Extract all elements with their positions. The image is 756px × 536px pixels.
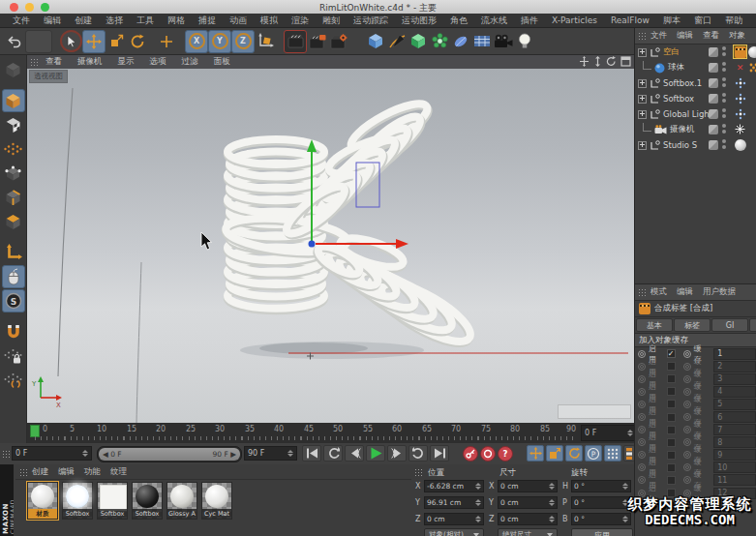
add-field-button[interactable]: [450, 31, 471, 52]
enable-checkbox[interactable]: [667, 413, 676, 422]
undo-button[interactable]: [4, 31, 25, 52]
buffer-radio[interactable]: [683, 388, 691, 396]
buffer-id-field[interactable]: 8: [713, 436, 756, 448]
lock-z-axis-button[interactable]: Z: [231, 30, 255, 53]
viewport-canvas[interactable]: 透视视图: [27, 69, 634, 423]
buffer-radio[interactable]: [683, 463, 691, 471]
add-spline-button[interactable]: [386, 31, 408, 52]
points-mode-button[interactable]: [2, 162, 25, 185]
buffer-radio[interactable]: [683, 350, 691, 358]
goto-end-button[interactable]: [430, 445, 449, 462]
key-scale-toggle[interactable]: [546, 445, 563, 462]
tab-basic[interactable]: 基本: [636, 318, 673, 332]
object-label[interactable]: 摄像机: [670, 124, 695, 135]
record-keyframe-button[interactable]: [463, 446, 478, 462]
tab-tag[interactable]: 标签: [674, 318, 711, 332]
viewport-menu-display[interactable]: 显示: [110, 56, 142, 68]
render-picture-viewer-button[interactable]: [307, 31, 328, 52]
rotate-tool[interactable]: [127, 31, 148, 52]
object-label[interactable]: Global Light: [663, 109, 712, 119]
enable-checkbox[interactable]: [667, 349, 676, 358]
visibility-dots[interactable]: [722, 62, 726, 72]
material-menu-function[interactable]: 功能: [79, 466, 106, 478]
enable-checkbox[interactable]: [667, 387, 676, 396]
layer-toggle[interactable]: [709, 47, 718, 57]
soft-selection-button[interactable]: S: [2, 289, 25, 313]
menu-create[interactable]: 创建: [68, 15, 99, 27]
buffer-id-field[interactable]: 5: [713, 399, 756, 410]
position-z-field[interactable]: 0 cm: [424, 513, 484, 525]
viewport-solo-button[interactable]: [2, 265, 25, 288]
enable-radio[interactable]: [638, 388, 646, 396]
buffer-radio[interactable]: [683, 413, 691, 421]
object-row[interactable]: Softbox.1: [635, 75, 756, 91]
buffer-id-field[interactable]: 2: [713, 361, 756, 372]
enable-radio[interactable]: [638, 451, 646, 459]
make-editable-button[interactable]: [2, 58, 25, 81]
size-y-field[interactable]: 0 cm: [498, 496, 558, 509]
expand-toggle[interactable]: [638, 79, 647, 88]
enable-radio[interactable]: [638, 426, 646, 433]
enable-checkbox[interactable]: [667, 476, 676, 485]
buffer-id-field[interactable]: 11: [713, 474, 756, 486]
preview-range-slider[interactable]: ◀ 0 F 90 F ▶: [97, 446, 242, 462]
layer-toggle[interactable]: [709, 63, 718, 73]
buffer-id-field[interactable]: 10: [713, 462, 756, 473]
material-thumbnail[interactable]: Cyc Mat: [201, 482, 232, 520]
visibility-dots[interactable]: [722, 108, 726, 118]
xparticles-tag[interactable]: [747, 61, 756, 74]
expand-toggle[interactable]: [638, 110, 647, 119]
coordinate-system-button[interactable]: [255, 31, 276, 52]
enable-checkbox[interactable]: [667, 400, 676, 408]
viewport-menu-options[interactable]: 选项: [142, 56, 174, 68]
menu-character[interactable]: 角色: [443, 15, 474, 27]
previous-frame-button[interactable]: [345, 445, 364, 462]
object-row[interactable]: Softbox: [635, 91, 756, 106]
enable-radio[interactable]: [638, 463, 646, 471]
layer-toggle[interactable]: [709, 140, 718, 150]
material-tag[interactable]: [734, 138, 746, 151]
buffer-radio[interactable]: [683, 451, 691, 459]
expand-toggle[interactable]: [638, 48, 647, 57]
object-row[interactable]: Studio S: [635, 137, 756, 153]
enable-radio[interactable]: [638, 476, 646, 484]
lock-x-axis-button[interactable]: X: [185, 30, 208, 53]
enable-radio[interactable]: [638, 350, 646, 358]
viewport-menu-view[interactable]: 查看: [38, 56, 70, 68]
object-row[interactable]: 球体 ✕: [635, 60, 756, 75]
panel-grip-icon[interactable]: [2, 450, 10, 458]
edges-mode-button[interactable]: [2, 186, 25, 209]
layer-toggle[interactable]: [709, 94, 718, 104]
om-menu-edit[interactable]: 编辑: [672, 30, 698, 42]
visibility-dots[interactable]: [722, 46, 726, 56]
enable-checkbox[interactable]: [667, 374, 676, 383]
render-settings-button[interactable]: [328, 31, 349, 52]
buffer-radio[interactable]: [683, 375, 691, 383]
material-tag[interactable]: [747, 45, 756, 58]
add-deformer-button[interactable]: [429, 31, 450, 52]
current-frame-field[interactable]: 0 F: [12, 446, 92, 461]
material-thumbnail[interactable]: 材质: [27, 482, 58, 520]
material-menu-edit[interactable]: 编辑: [53, 466, 79, 478]
menu-pipeline[interactable]: 流水线: [474, 15, 514, 27]
next-key-button[interactable]: [408, 445, 428, 462]
menu-mesh[interactable]: 网格: [161, 15, 192, 27]
material-menu-texture[interactable]: 纹理: [106, 466, 132, 478]
enable-radio[interactable]: [638, 363, 646, 371]
material-name[interactable]: Softbox: [98, 509, 127, 519]
am-menu-userdata[interactable]: 用户数据: [698, 286, 741, 298]
visibility-dots[interactable]: [722, 77, 726, 87]
apply-button[interactable]: 应用: [571, 528, 633, 536]
end-frame-field[interactable]: 90 F: [244, 446, 297, 461]
add-primitive-button[interactable]: [365, 31, 386, 52]
texture-mode-button[interactable]: [2, 113, 25, 136]
menu-realflow[interactable]: RealFlow: [604, 15, 656, 25]
render-view-button[interactable]: [284, 30, 307, 53]
rotate-view-icon[interactable]: [606, 56, 617, 67]
menu-xparticles[interactable]: X-Particles: [545, 15, 604, 25]
position-y-field[interactable]: 96.91 cm: [424, 496, 484, 509]
workplane-lock-button[interactable]: [2, 344, 25, 368]
enable-snap-button[interactable]: [2, 320, 25, 343]
previous-key-button[interactable]: [323, 445, 343, 462]
om-menu-object[interactable]: 对象: [724, 30, 750, 42]
